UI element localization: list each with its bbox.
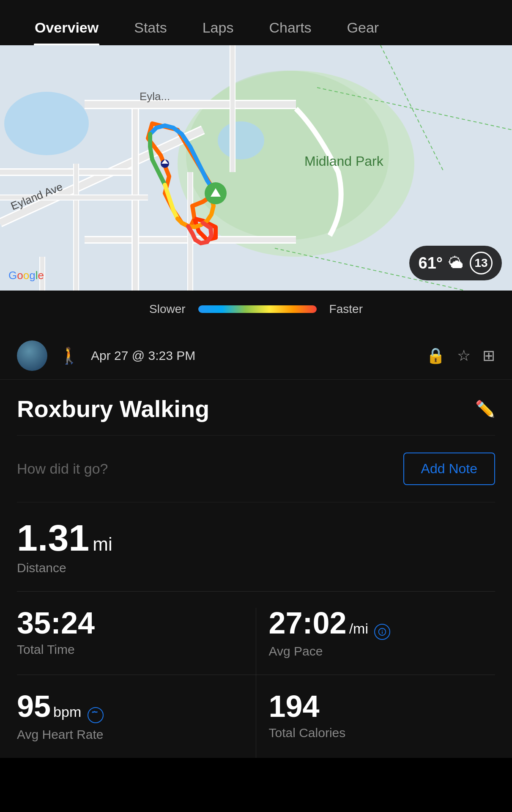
calories-label: Total Calories [269,726,496,740]
total-time-value: 35:24 [17,606,95,640]
svg-point-4 [218,121,264,159]
add-photo-icon[interactable]: ⊞ [482,347,495,365]
distance-value-row: 1.31mi [17,519,495,557]
distance-unit: mi [93,534,112,554]
distance-value: 1.31 [17,517,89,559]
slower-label: Slower [149,302,186,316]
avg-hr-value: 95 [17,689,51,723]
speed-legend: Slower Faster [0,291,512,328]
avg-pace-value-row: 27:02/mi [269,608,496,640]
stat-calories: 194 Total Calories [256,675,496,758]
avg-hr-label: Avg Heart Rate [17,727,243,742]
avg-pace-unit: /mi [349,620,368,636]
speed-gradient-bar [198,305,317,313]
header-icons: 🔒 ☆ ⊞ [426,347,495,365]
avg-hr-unit: bpm [53,704,81,720]
faster-label: Faster [329,302,363,316]
stats-section: 1.31mi Distance 35:24 Total Time 27:02/m… [17,502,495,758]
lock-icon[interactable]: 🔒 [426,347,445,365]
total-time-label: Total Time [17,642,243,657]
calories-value: 194 [269,689,320,723]
nav-bar: Overview Stats Laps Charts Gear [0,0,512,45]
temperature: 61° [419,254,443,272]
svg-point-3 [4,92,89,155]
google-logo: Google [8,269,44,282]
add-note-button[interactable]: Add Note [403,453,495,485]
tab-charts[interactable]: Charts [251,12,329,45]
map-container: Midland Park Eyland Ave Eyla... 61° 🌥 13 [0,45,512,291]
avg-pace-label: Avg Pace [269,644,496,658]
total-time-value-row: 35:24 [17,608,243,638]
avg-pace-info-icon[interactable] [374,624,390,640]
stat-avg-hr: 95bpm Avg Heart Rate [17,675,256,758]
stat-total-time: 35:24 Total Time [17,608,256,675]
cloud-icon: 🌥 [449,254,464,272]
activity-title: Roxbury Walking [17,395,209,422]
note-placeholder: How did it go? [17,461,108,477]
distance-label: Distance [17,561,495,575]
weather-number: 13 [470,252,493,274]
avg-hr-value-row: 95bpm [17,691,243,723]
star-icon[interactable]: ☆ [457,347,471,365]
tab-gear[interactable]: Gear [329,12,397,45]
main-content: Roxbury Walking ✏️ How did it go? Add No… [0,380,512,758]
stat-avg-pace: 27:02/mi Avg Pace [256,608,496,675]
note-row: How did it go? Add Note [17,436,495,502]
tab-laps[interactable]: Laps [185,12,252,45]
avatar [17,340,47,371]
heart-rate-icon[interactable] [88,707,104,723]
avg-pace-value: 27:02 [269,606,347,640]
street-label-2: Eyla... [140,90,170,103]
park-label: Midland Park [304,154,384,169]
calories-value-row: 194 [269,691,496,721]
stats-grid: 35:24 Total Time 27:02/mi Avg Pace 95bpm [17,608,495,758]
weather-badge: 61° 🌥 13 [409,246,502,280]
edit-icon[interactable]: ✏️ [475,400,495,418]
activity-header: 🚶 Apr 27 @ 3:23 PM 🔒 ☆ ⊞ [0,328,512,380]
activity-date: Apr 27 @ 3:23 PM [91,348,414,363]
tab-overview[interactable]: Overview [17,12,116,45]
walking-icon: 🚶 [59,346,79,365]
activity-title-row: Roxbury Walking ✏️ [17,380,495,436]
stat-distance: 1.31mi Distance [17,519,495,592]
tab-stats[interactable]: Stats [116,12,184,45]
